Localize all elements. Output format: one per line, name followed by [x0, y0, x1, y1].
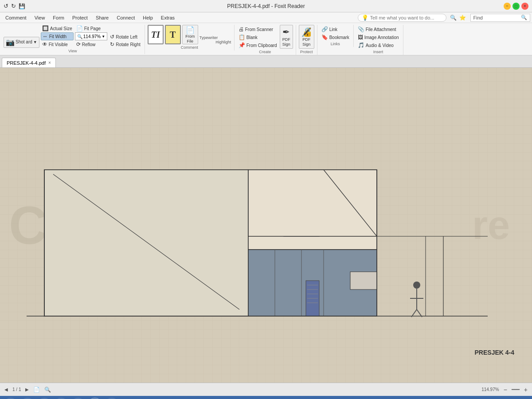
dropdown-icon[interactable]: ▼ [33, 40, 37, 45]
audio-icon: 🎵 [358, 42, 364, 48]
typewriter-button[interactable]: TI [148, 25, 164, 44]
rotate-col: ↺ Rotate Left ↻ Rotate Right [109, 33, 142, 48]
main-content: C re [0, 68, 532, 383]
zoom-in-button[interactable]: + [524, 386, 528, 393]
highlight-label: Highlight [215, 40, 231, 44]
protect-label: PDFSign [302, 37, 310, 47]
minimize-button[interactable]: − [504, 3, 511, 10]
menu-help[interactable]: Help [139, 14, 156, 21]
typewriter-label: Typewriter [200, 35, 215, 40]
menu-form[interactable]: Form [49, 14, 68, 21]
protect-group-label: Protect [299, 50, 314, 54]
file-attachment-label: File Attachment [366, 27, 396, 32]
redo-icon[interactable]: ↻ [11, 3, 16, 9]
page-icon: 📄 [33, 387, 40, 393]
page-nav-prev[interactable]: ◀ [4, 387, 8, 392]
star-icon[interactable]: ⭐ [459, 15, 466, 21]
pdf-sign-icon: ✒ [282, 27, 290, 37]
screenshot-icon: 📷 [6, 38, 15, 47]
tell-me-input[interactable] [370, 15, 441, 20]
attachment-icon: 📎 [358, 26, 364, 32]
protect-pdf-sign-button[interactable]: 🔏 PDFSign [299, 25, 314, 49]
from-file-button[interactable]: 📄 FromFile [182, 25, 198, 44]
ribbon-row: 📷 Shot ard ▼ 🔲 Actual Size ↔ Fit Width 👁 [2, 25, 530, 55]
image-annotation-button[interactable]: 🖼 Image Annotation [356, 34, 400, 41]
svg-marker-2 [44, 170, 248, 316]
fit-width-button[interactable]: ↔ Fit Width [41, 32, 74, 40]
find-search-icon[interactable]: 🔍 [521, 15, 527, 20]
highlight-icon: T [170, 29, 176, 40]
typewriter-icon: TI [151, 29, 160, 40]
clipboard-icon: 📌 [239, 42, 245, 48]
menu-bar: Comment View Form Protect Share Connect … [0, 12, 532, 23]
bookmark-label: Bookmark [329, 35, 349, 40]
menu-connect[interactable]: Connect [113, 14, 138, 21]
zoom-dropdown-icon[interactable]: ▼ [102, 35, 105, 39]
undo-icon[interactable]: ↺ [4, 3, 8, 9]
comment-group-label: Comment [148, 45, 231, 50]
ribbon-group-create: 🖨 From Scanner 📋 Blank 📌 From Clipboard … [235, 25, 296, 55]
ribbon-create-items: 🖨 From Scanner 📋 Blank 📌 From Clipboard … [237, 25, 293, 49]
blank-label: Blank [246, 35, 258, 40]
file-attachment-button[interactable]: 📎 File Attachment [356, 26, 400, 33]
rotate-right-button[interactable]: ↻ Rotate Right [109, 41, 142, 48]
close-button[interactable]: × [521, 3, 528, 10]
tell-me-bar[interactable]: 💡 [358, 14, 446, 22]
link-button[interactable]: 🔗 Link [320, 26, 351, 33]
fit-visible-button[interactable]: 👁 Fit Visible [41, 41, 74, 48]
reflow-button[interactable]: ⟳ Reflow [75, 41, 107, 48]
highlight-button[interactable]: T [165, 25, 181, 44]
tab-close-button[interactable]: × [48, 60, 51, 65]
save-icon[interactable]: 💾 [19, 3, 25, 9]
fit-visible-icon: 👁 [42, 41, 47, 47]
zoom-box[interactable]: 🔍 114.97% ▼ [75, 32, 107, 40]
rotate-left-label: Rotate Left [116, 35, 137, 39]
ribbon-group-links: 🔗 Link 🔖 Bookmark Links [318, 25, 354, 47]
status-right: 114.97% − ━━━ + [481, 386, 528, 393]
audio-video-label: Audio & Video [366, 43, 394, 48]
status-bar: ◀ 1 / 1 ▶ 📄 🔍 114.97% − ━━━ + [0, 383, 532, 396]
zoom-out-button[interactable]: − [504, 386, 507, 393]
actual-size-icon: 🔲 [42, 25, 49, 31]
rotate-left-button[interactable]: ↺ Rotate Left [109, 33, 142, 40]
page-nav-next[interactable]: ▶ [25, 387, 29, 392]
fit-width-icon: ↔ [43, 33, 48, 39]
links-group-label: Links [320, 42, 351, 46]
menu-share[interactable]: Share [92, 14, 112, 21]
ribbon-group-insert: 📎 File Attachment 🖼 Image Annotation 🎵 A… [355, 25, 403, 55]
title-text: PRESJEK-4-4.pdf - Foxit Reader [227, 3, 305, 9]
zoom-percentage: 114.97% [481, 387, 499, 392]
pdf-sign-button[interactable]: ✒ PDFSign [280, 25, 293, 49]
screenshot-button[interactable]: 📷 Shot ard ▼ [4, 37, 39, 48]
actual-size-button[interactable]: 🔲 Actual Size [41, 25, 74, 32]
zoom-slider[interactable]: ━━━ [512, 387, 520, 392]
menu-extras[interactable]: Extras [157, 14, 178, 21]
tab-filename: PRESJEK-4-4.pdf [7, 60, 46, 66]
search-icon[interactable]: 🔍 [450, 15, 457, 21]
menu-comment[interactable]: Comment [2, 14, 30, 21]
audio-video-button[interactable]: 🎵 Audio & Video [356, 42, 400, 49]
find-input[interactable] [485, 15, 520, 20]
ribbon-group-view: 📷 Shot ard ▼ 🔲 Actual Size ↔ Fit Width 👁 [2, 25, 145, 54]
svg-rect-20 [350, 272, 377, 289]
reflow-label: Reflow [82, 42, 96, 47]
menu-view[interactable]: View [31, 14, 49, 21]
ribbon-group-protect: 🔏 PDFSign Protect [297, 25, 317, 55]
from-scanner-button[interactable]: 🖨 From Scanner [237, 26, 278, 33]
bookmark-button[interactable]: 🔖 Bookmark [320, 34, 351, 41]
blank-button[interactable]: 📋 Blank [237, 34, 278, 41]
bookmark-icon: 🔖 [321, 34, 328, 40]
from-scanner-label: From Scanner [245, 27, 273, 32]
find-bar[interactable]: Find 🔍 [470, 14, 530, 22]
fit-page-button[interactable]: 📄 Fit Page [75, 25, 107, 32]
insert-group-label: Insert [356, 50, 400, 54]
from-clipboard-button[interactable]: 📌 From Clipboard [237, 42, 278, 49]
document-tab[interactable]: PRESJEK-4-4.pdf × [2, 58, 56, 67]
blank-icon: 📋 [239, 34, 245, 40]
lightbulb-icon: 💡 [362, 15, 368, 21]
svg-marker-18 [248, 170, 377, 236]
menu-protect[interactable]: Protect [69, 14, 91, 21]
maximize-button[interactable]: □ [512, 3, 520, 10]
find-label: Find [473, 15, 483, 20]
create-col: 🖨 From Scanner 📋 Blank 📌 From Clipboard [237, 26, 278, 49]
